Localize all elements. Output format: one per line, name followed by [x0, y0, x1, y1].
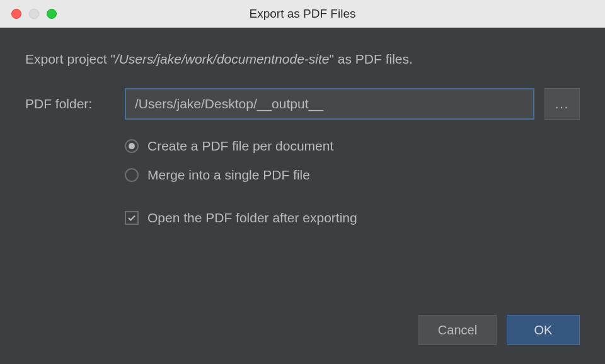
radio-merge-label: Merge into a single PDF file [147, 168, 310, 183]
radio-icon [125, 168, 139, 182]
description-suffix: " as PDF files. [330, 52, 413, 66]
description-prefix: Export project " [25, 52, 115, 66]
checkbox-open-folder[interactable]: Open the PDF folder after exporting [125, 210, 580, 225]
titlebar: Export as PDF Files [0, 0, 605, 28]
ok-button[interactable]: OK [507, 315, 580, 345]
dialog-window: Export as PDF Files Export project "/Use… [0, 0, 605, 364]
minimize-window-button [29, 9, 39, 19]
pdf-folder-label: PDF folder: [25, 96, 115, 111]
radio-merge[interactable]: Merge into a single PDF file [125, 168, 580, 183]
close-window-button[interactable] [11, 9, 21, 19]
zoom-window-button[interactable] [47, 9, 57, 19]
radio-per-document-label: Create a PDF file per document [147, 139, 333, 154]
checkbox-icon [125, 211, 139, 225]
pdf-folder-input[interactable] [125, 88, 534, 120]
project-path: /Users/jake/work/documentnode-site [115, 52, 330, 66]
check-icon [127, 213, 136, 222]
export-options: Create a PDF file per document Merge int… [125, 139, 580, 225]
cancel-button[interactable]: Cancel [418, 315, 497, 345]
dialog-footer: Cancel OK [418, 315, 580, 345]
dialog-content: Export project "/Users/jake/work/documen… [0, 28, 605, 364]
description-text: Export project "/Users/jake/work/documen… [25, 52, 580, 67]
pdf-folder-row: PDF folder: ... [25, 88, 580, 120]
browse-folder-button[interactable]: ... [544, 88, 580, 120]
checkbox-open-folder-label: Open the PDF folder after exporting [147, 210, 357, 225]
radio-icon [125, 139, 139, 153]
window-controls [11, 9, 57, 19]
window-title: Export as PDF Files [0, 7, 605, 21]
radio-per-document[interactable]: Create a PDF file per document [125, 139, 580, 154]
